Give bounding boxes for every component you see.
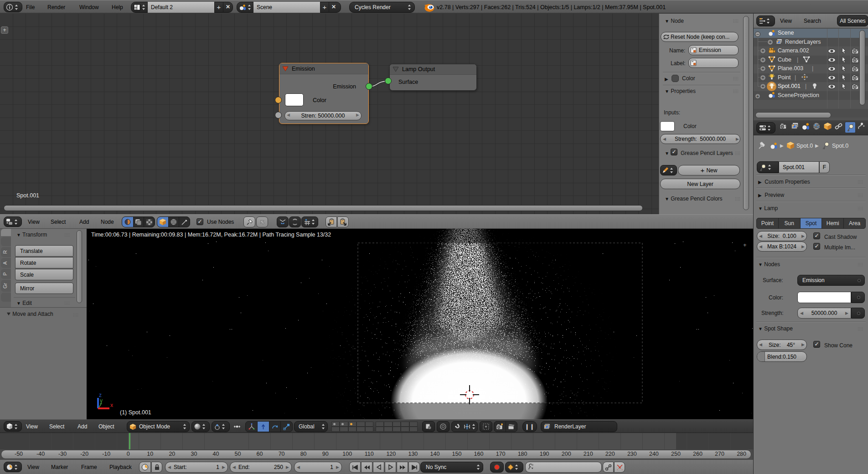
svg-text:Time:00:06.73 | Remaining:00:0: Time:00:06.73 | Remaining:00:09.83 | Mem… bbox=[91, 232, 331, 238]
svg-text:x: x bbox=[110, 402, 113, 408]
svg-text:(1) Spot.001: (1) Spot.001 bbox=[120, 409, 151, 416]
svg-text:+: + bbox=[743, 242, 747, 248]
svg-text:y: y bbox=[100, 397, 103, 404]
